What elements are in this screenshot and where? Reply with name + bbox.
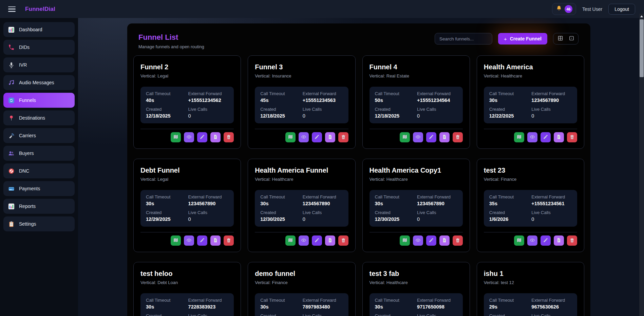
logout-button[interactable]: Logout [608,4,635,15]
delete-funnel-button[interactable] [453,235,463,246]
funnel-report-button[interactable] [325,235,335,246]
live-calls-value: 0 [188,216,229,222]
edit-funnel-button[interactable] [541,235,551,246]
external-forward-label: External Forward [188,298,229,303]
funnel-report-button[interactable] [439,235,450,246]
funnel-map-button[interactable] [285,235,296,246]
delete-funnel-button[interactable] [567,132,577,142]
funnel-map-button[interactable] [400,235,410,246]
view-funnel-button[interactable] [413,235,423,246]
sidebar-item-settings[interactable]: Settings [3,216,75,231]
external-forward-label: External Forward [531,298,572,303]
stat-external-forward: External Forward 1234567890 [303,194,343,206]
delete-funnel-button[interactable] [338,235,348,246]
edit-funnel-button[interactable] [426,132,436,142]
scrollbar-track[interactable] [639,14,644,316]
compact-view-button[interactable] [566,34,576,43]
trash-icon [341,238,346,244]
external-forward-label: External Forward [188,91,229,96]
edit-funnel-button[interactable] [312,235,322,246]
sidebar-item-dids[interactable]: DIDs [3,40,75,55]
sidebar: Dashboard DIDs IVR Audio Messages Funnel… [0,18,78,316]
view-funnel-button[interactable] [299,132,309,142]
external-forward-label: External Forward [417,91,457,96]
sidebar-item-ivr[interactable]: IVR [3,57,75,72]
funnel-list-panel: Funnel List Manage funnels and open rout… [127,23,590,316]
funnel-map-button[interactable] [171,235,181,246]
funnel-report-button[interactable] [439,132,450,142]
delete-funnel-button[interactable] [453,132,463,142]
sidebar-item-dashboard[interactable]: Dashboard [3,22,75,37]
funnel-vertical: Vertical:Healthcare [484,73,577,78]
stat-call-timeout: Call Timeout 30s [260,298,303,310]
menu-icon[interactable] [8,6,16,12]
sidebar-item-destinations[interactable]: Destinations [3,110,75,125]
call-timeout-value: 30s [375,201,417,206]
stat-live-calls: Live Calls 0 [531,313,572,316]
funnel-report-button[interactable] [210,132,221,142]
delete-funnel-button[interactable] [224,235,234,246]
delete-funnel-button[interactable] [338,132,348,142]
document-icon [213,238,218,244]
view-funnel-button[interactable] [413,132,423,142]
funnel-report-button[interactable] [554,132,564,142]
card-divider [255,129,348,129]
sidebar-item-label: DNC [19,168,29,174]
sidebar-item-carriers[interactable]: Carriers [3,128,75,143]
funnel-map-button[interactable] [514,235,524,246]
sidebar-item-audio-messages[interactable]: Audio Messages [3,75,75,90]
funnel-vertical: Vertical:Legal [140,177,234,182]
scrollbar-thumb[interactable] [640,19,644,77]
grid-view-button[interactable] [555,34,565,43]
funnel-map-button[interactable] [171,132,181,142]
notifications-button[interactable]: 46 [552,3,576,15]
call-timeout-value: 50s [375,98,417,103]
vertical-value: test 12 [501,280,514,285]
stat-external-forward: External Forward +15551234561 [531,194,572,206]
create-funnel-button[interactable]: + Create Funnel [498,33,547,45]
view-funnel-button[interactable] [184,132,194,142]
view-funnel-button[interactable] [299,235,309,246]
edit-funnel-button[interactable] [541,132,551,142]
funnel-report-button[interactable] [210,235,221,246]
funnel-report-button[interactable] [325,132,335,142]
sidebar-item-dnc[interactable]: DNC [3,163,75,178]
edit-funnel-button[interactable] [197,235,207,246]
live-calls-value: 0 [188,113,229,119]
delete-funnel-button[interactable] [224,132,234,142]
stat-created: Created 1/13/2026 [260,313,303,316]
sidebar-item-buyers[interactable]: Buyers [3,146,75,161]
edit-funnel-button[interactable] [426,235,436,246]
search-input[interactable] [435,33,492,45]
delete-funnel-button[interactable] [567,235,577,246]
view-funnel-button[interactable] [527,235,537,246]
edit-funnel-button[interactable] [197,132,207,142]
created-label: Created [146,210,188,215]
pencil-icon [543,238,548,244]
view-funnel-button[interactable] [527,132,537,142]
funnel-map-button[interactable] [285,132,296,142]
sidebar-item-reports[interactable]: Reports [3,199,75,214]
stat-live-calls: Live Calls 0 [303,210,343,222]
vertical-prefix: Vertical: [140,177,156,182]
view-funnel-button[interactable] [184,235,194,246]
funnel-report-button[interactable] [554,235,564,246]
document-icon [556,238,562,244]
edit-funnel-button[interactable] [312,132,322,142]
funnel-card: Health America Funnel Vertical:Healthcar… [248,159,355,252]
call-timeout-label: Call Timeout [260,91,303,96]
stat-live-calls: Live Calls 0 [417,313,457,316]
sidebar-item-funnels[interactable]: Funnels [3,93,75,108]
sidebar-item-payments[interactable]: Payments [3,181,75,196]
vertical-value: Real Estate [386,73,409,78]
external-forward-label: External Forward [303,91,343,96]
funnel-stats: Call Timeout 40s External Forward +15551… [140,87,234,123]
scroll-up-arrow[interactable] [639,14,644,19]
funnel-card: Health America Copy1 Vertical:Healthcare… [362,159,470,252]
pencil-icon [200,134,205,141]
funnel-vertical: Vertical:Finance [484,177,577,182]
funnel-vertical: Vertical:Real Estate [370,73,463,78]
funnel-map-button[interactable] [514,132,524,142]
stat-live-calls: Live Calls 0 [188,313,229,316]
funnel-map-button[interactable] [400,132,410,142]
